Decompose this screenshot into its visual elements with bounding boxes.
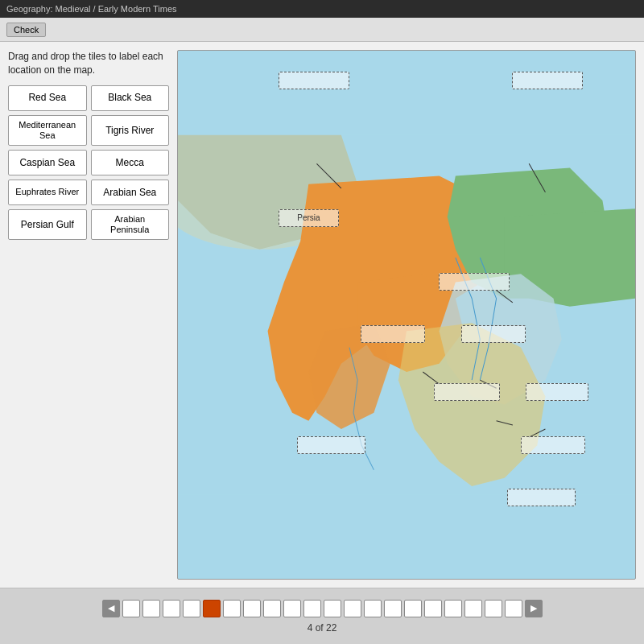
page-18[interactable] (464, 600, 482, 617)
page-17[interactable] (444, 600, 462, 617)
page-1[interactable] (122, 600, 140, 617)
tile-black-sea[interactable]: Black Sea (91, 85, 170, 111)
page-13[interactable] (364, 600, 382, 617)
title-bar: Geography: Medieval / Early Modern Times (0, 0, 644, 18)
drop-zone-6[interactable] (461, 325, 526, 343)
page-10[interactable] (303, 600, 321, 617)
activity-area: Drag and drop the tiles to label each lo… (0, 42, 644, 588)
tile-arabian-sea[interactable]: Arabian Sea (91, 180, 170, 205)
title-text: Geography: Medieval / Early Modern Times (6, 4, 177, 14)
page-4[interactable] (183, 600, 200, 617)
pagination: ◀ ▶ (102, 600, 543, 617)
drop-zone-3[interactable]: Persia (279, 209, 339, 227)
page-2[interactable] (142, 600, 160, 617)
tiles-grid: Red Sea Black Sea Mediterranean Sea Tigr… (8, 85, 169, 241)
page-7[interactable] (243, 600, 261, 617)
drop-zone-8[interactable] (526, 383, 588, 401)
tile-arabian-peninsula[interactable]: Arabian Peninsula (91, 209, 170, 240)
drop-zone-10[interactable] (521, 436, 585, 454)
toolbar: Check (0, 18, 644, 42)
page-3[interactable] (163, 600, 180, 617)
tile-persian-gulf[interactable]: Persian Gulf (8, 209, 87, 240)
prev-button[interactable]: ◀ (102, 600, 120, 617)
bottom-bar: ◀ ▶ (0, 588, 644, 644)
left-panel: Drag and drop the tiles to label each lo… (8, 50, 169, 580)
drop-zone-9[interactable] (297, 436, 365, 454)
instruction-text: Drag and drop the tiles to label each lo… (8, 50, 169, 77)
drop-zone-2[interactable] (512, 72, 583, 89)
main-content: Drag and drop the tiles to label each lo… (0, 42, 644, 644)
check-button[interactable]: Check (6, 23, 46, 37)
page-15[interactable] (404, 600, 422, 617)
page-14[interactable] (384, 600, 402, 617)
screen: Geography: Medieval / Early Modern Times… (0, 0, 644, 644)
page-16[interactable] (424, 600, 442, 617)
page-20[interactable] (505, 600, 522, 617)
page-8[interactable] (263, 600, 281, 617)
tile-mediterranean-sea[interactable]: Mediterranean Sea (8, 115, 87, 146)
tile-mecca[interactable]: Mecca (91, 150, 170, 175)
page-6[interactable] (223, 600, 241, 617)
drop-zone-5[interactable] (361, 325, 425, 343)
page-5[interactable] (203, 600, 221, 617)
page-11[interactable] (324, 600, 341, 617)
tile-euphrates-river[interactable]: Euphrates River (8, 180, 87, 205)
map-area: Persia (177, 50, 636, 580)
tile-caspian-sea[interactable]: Caspian Sea (8, 150, 87, 175)
page-9[interactable] (283, 600, 301, 617)
drop-zone-7[interactable] (434, 383, 500, 401)
page-12[interactable] (344, 600, 361, 617)
drop-zone-4[interactable] (439, 273, 510, 291)
drop-zone-11[interactable] (507, 489, 576, 506)
tile-tigris-river[interactable]: Tigris River (91, 115, 170, 146)
page-19[interactable] (485, 600, 502, 617)
tile-red-sea[interactable]: Red Sea (8, 85, 87, 111)
page-indicator: 4 of 22 (308, 622, 337, 634)
next-button[interactable]: ▶ (525, 600, 543, 617)
drop-zone-1[interactable] (279, 72, 349, 89)
